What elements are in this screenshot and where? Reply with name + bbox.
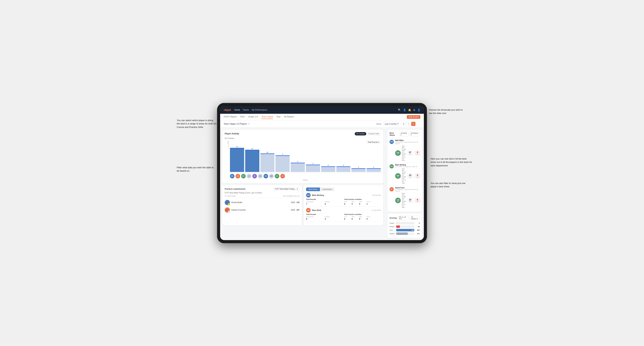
- player-activity-card: Player Activity On Course Practice Drill…: [222, 130, 383, 183]
- subnav-pga[interactable]: PGA: [240, 115, 245, 119]
- edit-team-icon[interactable]: ✎: [248, 123, 250, 125]
- nav-item-home[interactable]: Home: [234, 108, 240, 112]
- view-icons: ⊞ ≡ ♥ ⋮: [402, 122, 420, 126]
- leaderboard-row-1[interactable]: RB 1 Richard Butler 19/20 110: [225, 199, 300, 206]
- time-filter-dropdown[interactable]: Last 3 months ▾: [383, 122, 400, 126]
- bar-group-6: 4: [306, 163, 320, 172]
- more-view-icon[interactable]: ⋮: [416, 122, 420, 126]
- annotation-player-filter: You can also filter to show just one pla…: [430, 181, 472, 188]
- scoring-players-dropdown[interactable]: All Players ▾: [410, 216, 420, 220]
- heart-view-icon[interactable]: ♥: [411, 122, 416, 126]
- practice-drills-toggle[interactable]: Practice Drills: [367, 132, 381, 135]
- stat-putt-1: PUTT 1: [366, 201, 374, 205]
- user-icon[interactable]: 👤: [403, 109, 406, 111]
- total-rounds-section-2: Total Rounds Tournament 8 Practice: [306, 213, 343, 220]
- shot-entry-2[interactable]: BM Blair McHarg 23 Jul 2023 · Ashridge G…: [390, 163, 420, 185]
- bar-6: [306, 165, 320, 172]
- active-player-1: BM Blair McHarg 26 Aug 2023 Total Rounds: [306, 193, 381, 206]
- nav-logo: clippd: [224, 108, 231, 111]
- shot-player-info-3: David Ford 24 Aug 2023 · Royal North Dev…: [395, 187, 421, 208]
- search-icon[interactable]: 🔍: [398, 109, 401, 111]
- bar-group-5: 5: [291, 161, 305, 172]
- nav-item-teams[interactable]: Teams: [243, 108, 249, 112]
- subnav-hcaps[interactable]: Hcaps 1-5: [248, 115, 258, 119]
- grid-view-icon[interactable]: ⊞: [402, 122, 406, 126]
- bar-5: [291, 163, 305, 172]
- shot-avatar-3: DF: [390, 187, 394, 191]
- tab-buttons: Most Active Least Active: [306, 187, 381, 191]
- plus-circle-icon[interactable]: ⊕: [413, 109, 415, 111]
- all-shots-dropdown[interactable]: All Shots ▾: [399, 132, 408, 136]
- list-view-icon[interactable]: ≡: [406, 122, 410, 126]
- bar-group-7: 3: [321, 165, 335, 172]
- bars-container: 13 12: [230, 145, 381, 173]
- annotation-player-select: You can select which player is doing the…: [177, 119, 217, 129]
- player-avg-1: 110: [296, 201, 300, 203]
- stat-tournament-2: Tournament 8: [306, 216, 324, 220]
- bar-3: [260, 154, 274, 172]
- rank-badge-2: 2: [228, 211, 230, 213]
- active-avatar-2: RB: [306, 208, 310, 212]
- add-to-all-button[interactable]: Add To all ▾: [407, 115, 420, 119]
- chart-y-axis: 15 10 5 0: [225, 141, 230, 148]
- shot-player-info-2: Blair McHarg 23 Jul 2023 · Ashridge GC, …: [395, 164, 421, 184]
- annotation-best-shots: Here you can see who's hit the best shot…: [430, 157, 472, 168]
- bar-group-2: 12: [245, 148, 259, 172]
- bell-icon[interactable]: 🔔: [408, 109, 411, 111]
- chart-controls: Total Rounds ▾: [230, 141, 381, 144]
- chevron-down-icon: ▾: [398, 123, 398, 125]
- active-player-2-date: 02 Sep 2023: [372, 209, 381, 211]
- on-course-toggle[interactable]: On Course: [355, 132, 366, 135]
- player-name-butler: Richard Butler: [231, 201, 289, 203]
- avatar-10: LR: [280, 174, 285, 178]
- avatar-9: EC: [275, 174, 279, 178]
- avatar-1: BM: [230, 174, 234, 178]
- total-practice-section-2: Total Practice Activities GTT 0 APP: [344, 213, 381, 220]
- stat-gtt-1: GTT 0: [344, 201, 351, 205]
- subnav-all-players[interactable]: All Players: [284, 115, 294, 119]
- subnav-team-clippd[interactable]: Team Clippd: [261, 115, 273, 119]
- stat-practice-2: Practice 4: [325, 216, 343, 220]
- player-avatar-butler: RB 1: [225, 200, 230, 205]
- all-players-dropdown[interactable]: All Players ▾: [410, 132, 420, 136]
- least-active-tab[interactable]: Least Active: [320, 187, 334, 191]
- show-controls: Show: Last 3 months ▾ ⊞ ≡ ♥ ⋮: [376, 122, 420, 126]
- nav-items: Home Teams My Performance: [234, 108, 394, 112]
- player-name-crossman: Edward Crossman: [231, 209, 289, 211]
- rank-badge-1: 1: [228, 203, 230, 205]
- avatar-7: RB: [264, 174, 268, 178]
- table-headers: PLAYER NAME PB SCORE PB AVG SQ: [225, 195, 300, 198]
- chart-filter-dropdown[interactable]: Total Rounds ▾: [366, 141, 381, 144]
- shot-entry-3[interactable]: DF David Ford 24 Aug 2023 · Royal North …: [390, 185, 420, 210]
- shot-chevron-1: ›: [422, 149, 423, 151]
- player-avg-2: 107: [296, 209, 300, 211]
- player-activity-title: Player Activity: [225, 133, 239, 135]
- bottom-panels: Practice Leaderboards PUTT Must Make Put…: [222, 185, 383, 225]
- active-player-1-header: BM Blair McHarg 26 Aug 2023: [306, 193, 381, 197]
- shot-entry-1[interactable]: MM Matt Miller 09 Jun 2023 · Royal North…: [390, 138, 420, 163]
- practice-filter-dropdown[interactable]: PUTT Must Make Putting ... ▾: [273, 187, 300, 190]
- scoring-birdies-row: Birdies 96: [390, 225, 420, 228]
- shot-metric-1b: 0 yds: [414, 151, 421, 156]
- most-active-tab[interactable]: Most Active: [306, 187, 320, 191]
- subnav-tour[interactable]: Tour: [276, 115, 280, 119]
- scoring-pars-row: Pars 499 499: [390, 229, 420, 231]
- avatar-3: DF: [241, 174, 246, 178]
- bar-group-9: 2: [352, 166, 366, 172]
- shot-metric-2b: 0 yds: [414, 173, 421, 178]
- bar-8: [336, 166, 350, 172]
- shot-stats-1: 200 SG Shot Dist: 67 yds Start Lie: Roug…: [395, 145, 421, 161]
- shot-player-info-1: Matt Miller 09 Jun 2023 · Royal North De…: [395, 140, 421, 161]
- avatar-icon[interactable]: 👤: [418, 109, 420, 111]
- par-filter-dropdown[interactable]: Par 3, 4 & 5s ▾: [398, 216, 409, 220]
- subnav-pgat[interactable]: PGAT Players: [224, 115, 237, 119]
- bar-7: [321, 166, 335, 172]
- scoring-pars-bar: 499: [396, 229, 414, 231]
- bar-4: [276, 155, 290, 172]
- stat-tournament-1: Tournament 7: [306, 201, 324, 205]
- toggle-buttons: On Course Practice Drills: [355, 132, 381, 135]
- active-player-1-date: 26 Aug 2023: [372, 194, 381, 196]
- nav-item-performance[interactable]: My Performance: [252, 108, 267, 112]
- leaderboard-row-2[interactable]: EC 2 Edward Crossman 18/20 107: [225, 206, 300, 214]
- shot-stats-2: 200 SG Shot Dist: 43 yds Start Lie: Roug…: [395, 168, 421, 184]
